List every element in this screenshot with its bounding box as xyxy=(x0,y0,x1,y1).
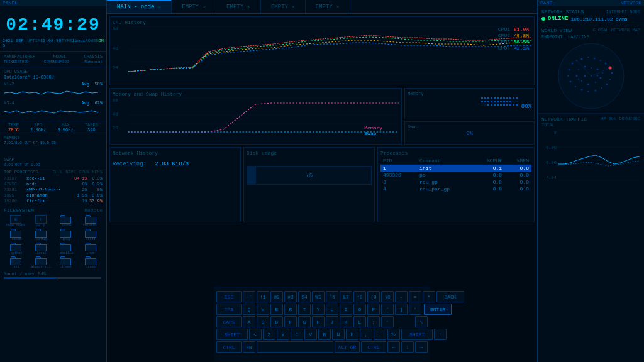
go-up-item[interactable]: ↑ Go up xyxy=(29,215,53,228)
process-row-active[interactable]: 1 init 0.1 0.0 xyxy=(380,165,531,172)
key-w[interactable]: W xyxy=(257,304,269,315)
key-quote[interactable]: ' xyxy=(381,316,394,327)
tab-empty-1-close[interactable]: ✕ xyxy=(203,4,206,9)
folder-chromio[interactable]: .chromio.. xyxy=(79,215,103,228)
folder-coode[interactable]: .coode xyxy=(4,229,28,241)
key-6[interactable]: ^6 xyxy=(326,291,338,302)
process-row-1[interactable]: 493320 ps 0.0 0.0 xyxy=(380,172,531,178)
traffic-chart: 8 0.00 0.00 -4.04 xyxy=(541,130,639,187)
svg-rect-16 xyxy=(506,97,508,99)
key-e[interactable]: E xyxy=(270,304,283,315)
key-c[interactable]: C xyxy=(291,329,303,340)
folder-local[interactable]: .local xyxy=(29,243,53,255)
key-back[interactable]: BACK xyxy=(436,291,464,302)
key-h[interactable]: H xyxy=(312,316,325,327)
key-altgr[interactable]: ALT GR xyxy=(335,341,360,353)
key-shift-left[interactable]: SHIFT xyxy=(216,329,248,340)
key-k[interactable]: K xyxy=(340,316,352,327)
folder-gnug[interactable]: .gnug xyxy=(54,229,78,241)
folder-cache[interactable]: .cache xyxy=(54,215,78,228)
key-left[interactable]: ← xyxy=(387,341,400,353)
key-a[interactable]: A xyxy=(243,316,255,327)
tab-main[interactable]: MAIN - node ✕ xyxy=(107,0,172,13)
key-lt[interactable]: < xyxy=(249,329,262,340)
folder-ski[interactable]: .ski xyxy=(4,256,28,269)
key-q[interactable]: Q xyxy=(243,304,255,315)
folder-theme[interactable]: .theme xyxy=(54,256,78,269)
key-s[interactable]: S xyxy=(257,316,269,327)
key-o[interactable]: O xyxy=(353,304,366,315)
key-0[interactable]: )0 xyxy=(381,291,394,302)
memory-history-chart: Memory and Swap History 80 40 20 xyxy=(109,88,402,145)
key-g[interactable]: G xyxy=(298,316,311,327)
key-4[interactable]: $4 xyxy=(298,291,311,302)
folder-config[interactable]: .config xyxy=(29,229,53,241)
key-slash[interactable]: ?/ xyxy=(387,329,400,340)
network-status-title: NETWORK STATUS xyxy=(541,9,584,14)
process-row-2[interactable]: 3 rcu_gp 0.0 0.0 xyxy=(380,178,531,185)
folder-mozilla[interactable]: .mozilla xyxy=(54,243,78,255)
folder-python[interactable]: .python xyxy=(4,243,28,255)
key-right[interactable]: → xyxy=(415,341,428,353)
key-i[interactable]: I xyxy=(340,304,352,315)
key-caps[interactable]: CAPS xyxy=(216,316,242,327)
key-z[interactable]: Z xyxy=(263,329,275,340)
tab-main-close[interactable]: ✕ xyxy=(158,4,161,10)
key-comma[interactable]: , xyxy=(360,329,372,340)
key-j[interactable]: J xyxy=(326,316,338,327)
key-pipe[interactable]: ' xyxy=(409,304,421,315)
key-r[interactable]: R xyxy=(284,304,297,315)
key-b[interactable]: B xyxy=(318,329,331,340)
key-l[interactable]: L xyxy=(353,316,366,327)
folder-code2[interactable]: .code xyxy=(79,229,103,241)
key-semicolon[interactable]: ; xyxy=(367,316,380,327)
key-u[interactable]: U xyxy=(326,304,338,315)
key-esc[interactable]: ESC xyxy=(216,291,242,302)
key-3[interactable]: #3 xyxy=(284,291,297,302)
key-tilde[interactable]: ~` xyxy=(243,291,255,302)
key-1[interactable]: !1 xyxy=(257,291,269,302)
key-d[interactable]: D xyxy=(270,316,283,327)
key-asterisk[interactable]: * xyxy=(423,291,435,302)
key-ctrl-right[interactable]: CTRL xyxy=(361,341,386,353)
folder-atomio[interactable]: .atomio-s... xyxy=(29,256,53,269)
key-m[interactable]: M xyxy=(346,329,358,340)
tab-empty-2[interactable]: EMPTY ✕ xyxy=(216,0,261,13)
key-shift-right[interactable]: SHIFT xyxy=(401,329,433,340)
key-8[interactable]: *8 xyxy=(353,291,366,302)
key-backslash[interactable]: \ xyxy=(415,316,428,327)
key-tab[interactable]: TAB xyxy=(216,304,242,315)
key-equals[interactable]: = xyxy=(409,291,421,302)
key-down[interactable]: ↓ xyxy=(401,341,414,353)
key-5[interactable]: %5 xyxy=(312,291,325,302)
tab-empty-1[interactable]: EMPTY ✕ xyxy=(172,0,216,13)
folder-zoom[interactable]: .zoom xyxy=(79,256,103,269)
tab-empty-3[interactable]: EMPTY ✕ xyxy=(261,0,306,13)
key-y[interactable]: Y xyxy=(312,304,325,315)
key-enter[interactable]: ENTER xyxy=(424,304,452,315)
key-rbracket[interactable]: ] xyxy=(395,304,408,315)
tab-empty-2-close[interactable]: ✕ xyxy=(247,4,250,9)
key-fn[interactable]: FN xyxy=(243,341,255,353)
key-minus[interactable]: - xyxy=(395,291,408,302)
key-9[interactable]: (9 xyxy=(367,291,380,302)
key-7[interactable]: &7 xyxy=(340,291,352,302)
key-f[interactable]: F xyxy=(284,316,297,327)
show-disks-item[interactable]: ⊞ Show disks xyxy=(4,215,28,228)
tab-empty-3-close[interactable]: ✕ xyxy=(292,4,295,9)
process-row-3[interactable]: 4 rcu_par_gp 0.0 0.0 xyxy=(380,185,531,192)
key-x[interactable]: X xyxy=(277,329,289,340)
key-space[interactable] xyxy=(257,341,333,353)
key-lbracket[interactable]: [ xyxy=(381,304,394,315)
key-up[interactable]: ↑ xyxy=(434,329,447,340)
tab-empty-4-close[interactable]: ✕ xyxy=(336,4,340,9)
key-v[interactable]: V xyxy=(304,329,317,340)
tab-empty-4[interactable]: EMPTY ✕ xyxy=(306,0,350,13)
key-n[interactable]: N xyxy=(332,329,345,340)
key-ctrl-left[interactable]: CTRL xyxy=(216,341,242,353)
key-2[interactable]: @2 xyxy=(270,291,283,302)
key-dot[interactable]: . xyxy=(374,329,386,340)
folder-npm[interactable]: .npm xyxy=(79,243,103,255)
key-p[interactable]: P xyxy=(367,304,380,315)
key-t[interactable]: T xyxy=(298,304,311,315)
